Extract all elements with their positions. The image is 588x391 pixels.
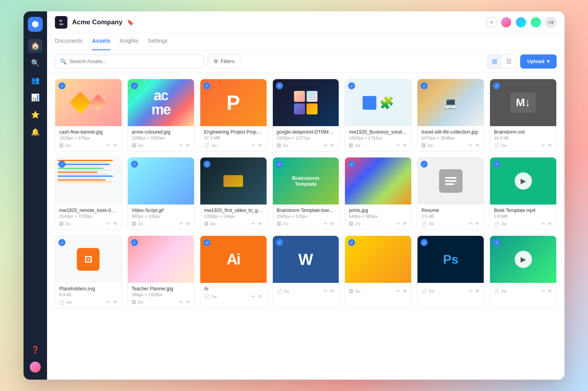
asset-grid-container[interactable]: ✓ cash-flow-banner.jpg 1920px × 375px 🖼 … xyxy=(47,72,564,380)
view-button[interactable]: 👁 xyxy=(403,288,407,294)
asset-card[interactable]: ✓ 🖼 2w ✏ 👁 xyxy=(345,235,412,308)
search-input[interactable] xyxy=(70,58,199,64)
view-button[interactable]: 👁 xyxy=(548,288,552,294)
asset-card[interactable]: ✓ W 📄 2w ✏ 👁 xyxy=(272,235,339,308)
nav-users[interactable]: 👥 xyxy=(28,73,42,87)
view-button[interactable]: 👁 xyxy=(330,143,335,148)
edit-button[interactable]: ✏ xyxy=(541,221,545,226)
asset-card[interactable]: ✓ Teacher Planner.jpg 384px × 1920px 🖼 2… xyxy=(127,235,194,308)
asset-card[interactable]: ✓ ⊡ Placeholders.svg 8.4 kB 📄 2w ✏ xyxy=(55,235,122,308)
asset-card[interactable]: ✓ Resume 1.5 kB 📄 xyxy=(417,157,484,230)
view-button[interactable]: 👁 xyxy=(330,221,335,226)
check-badge: ✓ xyxy=(58,161,65,168)
view-button[interactable]: 👁 xyxy=(258,294,263,299)
asset-card[interactable]: ✓ mw1920_first_video_to_gif_5... 1200px … xyxy=(200,157,267,230)
view-button[interactable]: 👁 xyxy=(548,221,552,226)
asset-card[interactable]: ✓ ▶ Book Template.mp4 5.8 MB 📄 2w ✏ 👁 xyxy=(490,157,557,230)
tab-settings[interactable]: Settings xyxy=(148,33,168,50)
view-button[interactable]: 👁 xyxy=(113,143,118,148)
asset-time: 2w xyxy=(66,300,105,304)
asset-card[interactable]: ✓ BrainstormTemplate Brainstorm-Template… xyxy=(272,157,339,230)
edit-button[interactable]: ✏ xyxy=(469,288,473,294)
view-button[interactable]: 👁 xyxy=(475,288,480,294)
asset-card[interactable]: ✓ xyxy=(55,157,122,230)
edit-button[interactable]: ✏ xyxy=(252,294,256,299)
edit-button[interactable]: ✏ xyxy=(396,221,400,226)
view-button[interactable]: 👁 xyxy=(185,221,190,226)
edit-button[interactable]: ✏ xyxy=(396,288,400,294)
asset-card[interactable]: ✓ Video-Script.gif 960px × 100px 🖼 2w ✏ … xyxy=(127,157,194,230)
edit-button[interactable]: ✏ xyxy=(396,143,400,148)
edit-button[interactable]: ✏ xyxy=(179,299,183,305)
view-button[interactable]: 👁 xyxy=(258,221,263,226)
asset-card[interactable]: ✓ 💻 travel-still-life-collection.jpg 547… xyxy=(417,79,484,152)
view-button[interactable]: 👁 xyxy=(475,143,480,148)
asset-card[interactable]: ✓ google-deepmind-DT0tM96... 1920px × 13… xyxy=(272,79,339,152)
asset-card[interactable]: ✓ ▶ 📄 2w ✏ 👁 xyxy=(490,235,557,308)
edit-button[interactable]: ✏ xyxy=(541,288,545,294)
search-box[interactable]: 🔍 xyxy=(55,54,204,69)
view-button[interactable]: 👁 xyxy=(403,221,407,226)
tab-documents[interactable]: Documents xyxy=(55,33,83,50)
edit-button[interactable]: ✏ xyxy=(469,221,473,226)
edit-button[interactable]: ✏ xyxy=(252,143,256,148)
check-badge: ✓ xyxy=(131,239,138,246)
upload-button[interactable]: Upload ▾ xyxy=(520,54,557,69)
asset-card[interactable]: ✓ Ai Ai 📄 2w ✏ 👁 xyxy=(200,235,267,308)
edit-button[interactable]: ✏ xyxy=(179,221,183,226)
edit-button[interactable]: ✏ xyxy=(541,143,545,148)
nav-home[interactable]: 🏠 xyxy=(28,39,42,53)
edit-button[interactable]: ✏ xyxy=(324,288,328,294)
asset-name: acme-coloured.jpg xyxy=(132,129,190,135)
tab-assets[interactable]: Assets xyxy=(92,33,110,50)
asset-card[interactable]: ✓ acme acme-coloured.jpg 1000px × 1000px… xyxy=(127,79,194,152)
asset-card[interactable]: ✓ P Engineering Project Proposal... 47.3… xyxy=(200,79,267,152)
view-button[interactable]: 👁 xyxy=(185,143,190,148)
nav-notifications[interactable]: 🔔 xyxy=(28,125,42,139)
nav-favorites[interactable]: ⭐ xyxy=(28,108,42,122)
list-view-button[interactable]: ☰ xyxy=(502,55,516,68)
asset-card[interactable]: ✓ 🧩 mw1920_Business_solution-... 1920px … xyxy=(345,79,412,152)
asset-size: 960px × 100px xyxy=(132,214,190,219)
file-type-icon: 🖼 xyxy=(204,221,209,226)
filter-button[interactable]: ⚙ Filters xyxy=(208,54,240,69)
file-type-icon: 📄 xyxy=(277,289,282,294)
tab-insights[interactable]: Insights xyxy=(120,33,138,50)
view-button[interactable]: 👁 xyxy=(330,288,335,294)
nav-analytics[interactable]: 📊 xyxy=(28,91,42,105)
nav-search[interactable]: 🔍 xyxy=(28,56,42,70)
add-button[interactable]: + xyxy=(486,17,497,28)
asset-size: 1500px × 525px xyxy=(277,214,335,219)
asset-card[interactable]: ✓ cash-flow-banner.jpg 1920px × 375px 🖼 … xyxy=(55,79,122,152)
edit-button[interactable]: ✏ xyxy=(107,143,111,148)
asset-size: 47.3 MB xyxy=(204,136,263,140)
asset-time: 2w xyxy=(138,300,178,304)
app-logo[interactable] xyxy=(28,17,43,32)
grid-view-button[interactable]: ⊞ xyxy=(488,55,502,68)
edit-button[interactable]: ✏ xyxy=(324,221,328,226)
view-button[interactable]: 👁 xyxy=(113,299,118,305)
edit-button[interactable]: ✏ xyxy=(469,143,473,148)
edit-button[interactable]: ✏ xyxy=(179,143,183,148)
asset-time: 2w xyxy=(283,143,323,148)
edit-button[interactable]: ✏ xyxy=(107,221,111,226)
nav-profile[interactable] xyxy=(28,360,42,374)
asset-card[interactable]: ✓ prints.jpg 640px × 905px 🖼 2w ✏ 👁 xyxy=(345,157,412,230)
edit-button[interactable]: ✏ xyxy=(252,221,256,226)
edit-button[interactable]: ✏ xyxy=(107,299,111,305)
view-button[interactable]: 👁 xyxy=(258,143,263,148)
view-button[interactable]: 👁 xyxy=(185,299,190,305)
header: acme Acme Company 🔖 + +3 xyxy=(47,11,564,33)
view-button[interactable]: 👁 xyxy=(403,143,407,148)
view-button[interactable]: 👁 xyxy=(113,221,118,226)
avatar-3 xyxy=(530,16,542,28)
check-badge: ✓ xyxy=(421,161,428,168)
edit-button[interactable]: ✏ xyxy=(324,143,328,148)
view-button[interactable]: 👁 xyxy=(475,221,480,226)
asset-card[interactable]: ✓ Ps 📄 2w ✏ 👁 xyxy=(417,235,484,308)
asset-card[interactable]: ✓ M↓ Brainstorm.md 10.6 kB 📄 2w ✏ xyxy=(490,79,557,152)
asset-time: 2w xyxy=(355,289,395,293)
view-button[interactable]: 👁 xyxy=(548,143,552,148)
nav-help[interactable]: ❓ xyxy=(28,343,42,357)
asset-name: Book Template.mp4 xyxy=(494,208,552,213)
